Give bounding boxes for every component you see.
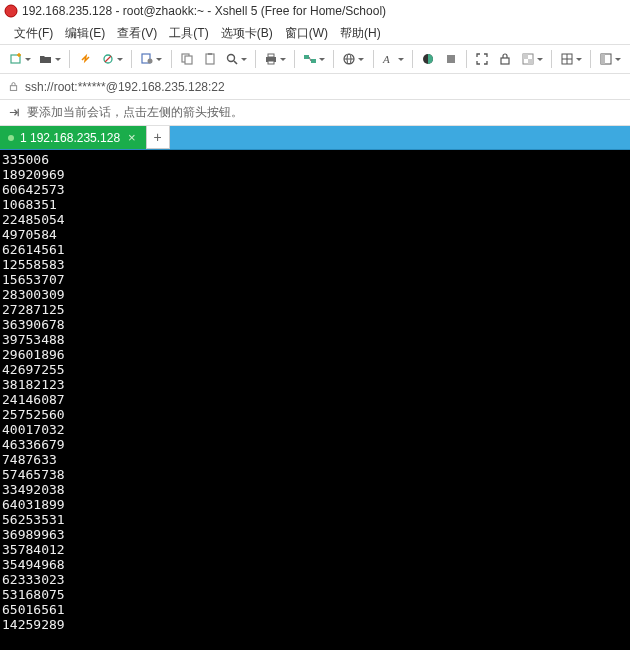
menu-tabs[interactable]: 选项卡(B)	[215, 23, 279, 44]
menu-tools[interactable]: 工具(T)	[163, 23, 214, 44]
toolbar-separator	[551, 50, 552, 68]
toolbar-separator	[590, 50, 591, 68]
sessions-panel-button[interactable]	[596, 48, 624, 70]
svg-rect-33	[601, 54, 605, 64]
svg-line-13	[234, 61, 237, 64]
toolbar: A	[0, 44, 630, 74]
menu-help[interactable]: 帮助(H)	[334, 23, 387, 44]
svg-rect-15	[268, 54, 274, 57]
svg-point-12	[227, 55, 234, 62]
transparency-button[interactable]	[517, 48, 545, 70]
svg-rect-11	[208, 53, 212, 55]
svg-rect-10	[206, 54, 214, 64]
lock-button[interactable]	[495, 48, 516, 70]
addressbar: ssh://root:******@192.168.235.128:22	[0, 74, 630, 100]
address-text[interactable]: ssh://root:******@192.168.235.128:22	[25, 80, 225, 94]
toolbar-separator	[412, 50, 413, 68]
toolbar-separator	[131, 50, 132, 68]
new-session-button[interactable]	[6, 48, 34, 70]
menu-file[interactable]: 文件(F)	[8, 23, 59, 44]
svg-rect-18	[311, 59, 316, 63]
color-scheme-button[interactable]	[418, 48, 439, 70]
tab-add-button[interactable]: +	[146, 126, 170, 149]
tipbar: 要添加当前会话，点击左侧的箭头按钮。	[0, 100, 630, 126]
layout-button[interactable]	[557, 48, 585, 70]
menu-window[interactable]: 窗口(W)	[279, 23, 334, 44]
menu-edit[interactable]: 编辑(E)	[59, 23, 111, 44]
menu-view[interactable]: 查看(V)	[111, 23, 163, 44]
highlight-button[interactable]	[440, 48, 461, 70]
svg-point-0	[5, 5, 17, 17]
open-button[interactable]	[36, 48, 64, 70]
paste-button[interactable]	[199, 48, 220, 70]
app-icon	[4, 4, 18, 18]
titlebar: 192.168.235.128 - root@zhaokk:~ - Xshell…	[0, 0, 630, 22]
tab-label: 1 192.168.235.128	[20, 131, 120, 145]
svg-rect-17	[304, 55, 309, 59]
transfer-button[interactable]	[300, 48, 328, 70]
svg-rect-28	[528, 59, 533, 64]
svg-point-7	[148, 59, 153, 64]
copy-button[interactable]	[176, 48, 197, 70]
tab-close-button[interactable]: ×	[126, 130, 138, 145]
svg-rect-25	[501, 58, 509, 64]
toolbar-separator	[333, 50, 334, 68]
properties-button[interactable]	[137, 48, 165, 70]
find-button[interactable]	[222, 48, 250, 70]
toolbar-separator	[171, 50, 172, 68]
toolbar-separator	[466, 50, 467, 68]
terminal[interactable]: 335006 18920969 60642573 1068351 2248505…	[0, 150, 630, 650]
svg-rect-34	[10, 86, 16, 91]
connection-status-icon	[8, 135, 14, 141]
add-session-icon[interactable]	[8, 106, 21, 119]
tabbar: 1 192.168.235.128 × +	[0, 126, 630, 150]
reconnect-button[interactable]	[75, 48, 96, 70]
svg-rect-27	[523, 54, 528, 59]
svg-line-5	[105, 56, 111, 62]
svg-rect-16	[268, 61, 274, 64]
svg-text:A: A	[382, 53, 390, 65]
tip-text: 要添加当前会话，点击左侧的箭头按钮。	[27, 104, 243, 121]
print-button[interactable]	[261, 48, 289, 70]
menubar: 文件(F) 编辑(E) 查看(V) 工具(T) 选项卡(B) 窗口(W) 帮助(…	[0, 22, 630, 44]
toolbar-separator	[294, 50, 295, 68]
disconnect-button[interactable]	[98, 48, 126, 70]
titlebar-text: 192.168.235.128 - root@zhaokk:~ - Xshell…	[22, 4, 386, 18]
toolbar-separator	[69, 50, 70, 68]
toolbar-separator	[255, 50, 256, 68]
svg-rect-24	[447, 55, 455, 63]
globe-button[interactable]	[339, 48, 367, 70]
lock-icon	[8, 81, 19, 92]
font-button[interactable]: A	[379, 48, 407, 70]
tab-active[interactable]: 1 192.168.235.128 ×	[0, 126, 146, 149]
toolbar-separator	[373, 50, 374, 68]
svg-rect-9	[185, 56, 192, 64]
fullscreen-button[interactable]	[472, 48, 493, 70]
